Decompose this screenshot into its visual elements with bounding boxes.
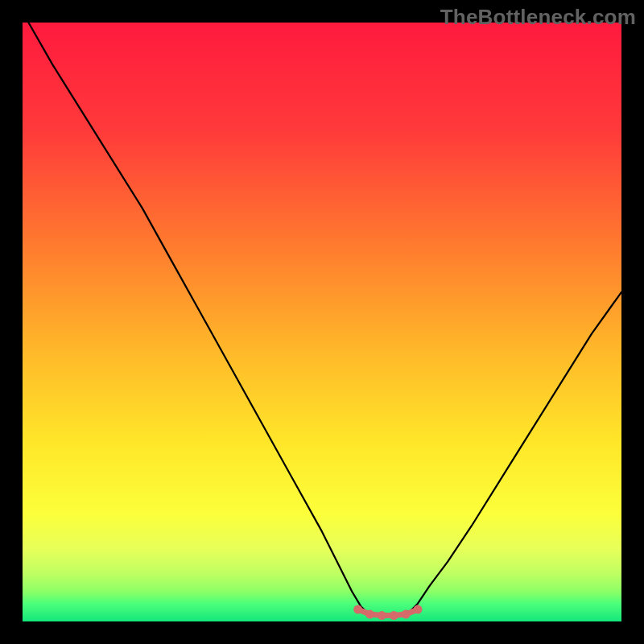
flat-dot <box>378 611 386 620</box>
flat-dot <box>402 610 411 619</box>
chart-stage: TheBottleneck.com <box>0 0 644 644</box>
flat-dot <box>414 605 423 614</box>
flat-dot <box>390 611 398 620</box>
chart-lines-layer <box>23 23 621 621</box>
watermark-text: TheBottleneck.com <box>440 5 636 30</box>
chart-plot-area <box>23 23 621 621</box>
flat-dot <box>353 605 362 614</box>
left-curve <box>28 23 369 616</box>
flat-dot <box>365 610 374 619</box>
right-curve <box>406 292 621 616</box>
